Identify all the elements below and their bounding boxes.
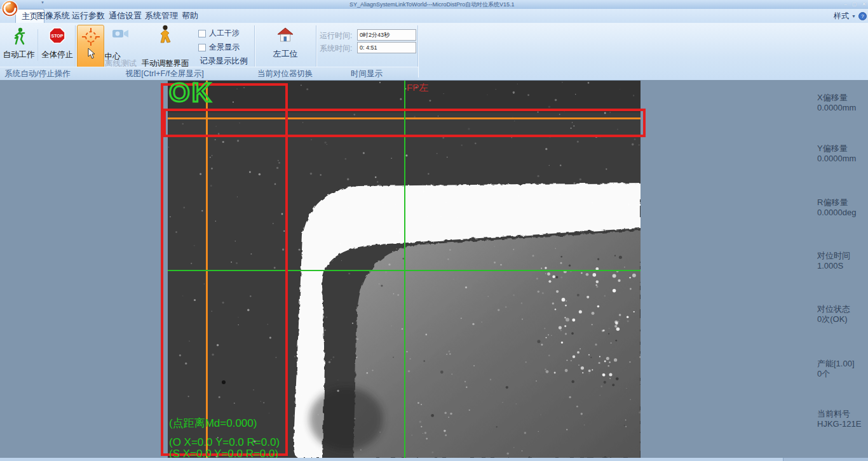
- tab-image-system[interactable]: 图像系统: [37, 9, 70, 22]
- stop-sign-icon: STOP: [48, 27, 67, 46]
- info-value: 0次(OK): [817, 314, 868, 324]
- group-label-time: 时间显示: [316, 69, 417, 79]
- status-bar-segment: [783, 458, 868, 461]
- info-label: R偏移量: [817, 197, 868, 208]
- manual-intervention-checkbox[interactable]: 人工干涉: [198, 28, 240, 39]
- search-region-rect-wide: [163, 109, 646, 137]
- info-value: 0.0000mm: [817, 103, 868, 113]
- info-x-offset: X偏移量 0.0000mm: [817, 93, 868, 112]
- sys-time-field[interactable]: 0: 4:51: [357, 42, 416, 53]
- status-bar: [0, 458, 868, 461]
- stop-all-button[interactable]: STOP 全体停止: [39, 25, 75, 66]
- title-bar: ▼ SY_AliagnSystemLinkToWorld---MicroDist…: [0, 0, 868, 10]
- measure-distance-text: (点距离Md=0.000): [169, 416, 257, 431]
- info-value: HJKG-121E: [817, 419, 868, 429]
- info-part-number: 当前料号 HJKG-121E: [817, 409, 868, 429]
- camera-icon: [112, 27, 130, 40]
- left-station-button[interactable]: 左工位: [262, 48, 309, 60]
- style-menu-button[interactable]: 样式: [834, 11, 849, 22]
- camera-tag-label: FP左: [407, 82, 428, 94]
- record-scale-button[interactable]: 记录显示比例: [194, 56, 253, 67]
- info-value: 0.0000deg: [817, 208, 868, 218]
- window-title: SY_AliagnSystemLinkToWorld---MicroDistPr…: [349, 1, 514, 9]
- search-region-rect-tall: [161, 83, 288, 456]
- info-value: 0.0000mm: [817, 154, 868, 164]
- info-r-offset: R偏移量 0.0000deg: [817, 197, 868, 217]
- checkbox-icon[interactable]: [198, 30, 206, 37]
- ribbon: 自动工作 STOP 全体停止 中心: [0, 23, 868, 80]
- house-icon: [276, 27, 294, 43]
- auto-work-button[interactable]: 自动工作: [1, 25, 36, 66]
- sys-time-label: 系统时间:: [320, 43, 352, 54]
- style-caret-icon[interactable]: ▼: [851, 14, 856, 18]
- info-y-offset: Y偏移量 0.0000mm: [817, 144, 868, 163]
- running-man-icon: [10, 27, 29, 46]
- vertical-crosshair-line-green: [404, 81, 405, 458]
- status-bar-segment: [0, 458, 783, 461]
- crosshair-icon: [82, 28, 100, 46]
- group-label-view: 视图[Ctrl+F/f全屏显示]: [75, 69, 254, 79]
- tab-run-params[interactable]: 运行参数: [72, 9, 105, 22]
- mouse-cursor-icon: [88, 48, 96, 60]
- button-divider: [37, 29, 38, 61]
- checkbox-icon[interactable]: [198, 44, 206, 51]
- result-text: OK: [169, 77, 213, 108]
- tab-comm-settings[interactable]: 通信设置: [109, 9, 142, 22]
- info-label: X偏移量: [817, 93, 868, 103]
- info-label: 对位时间: [817, 251, 868, 261]
- ribbon-tab-row: 主页 图像系统 运行参数 通信设置 系统管理 帮助 样式 ▼ ?: [0, 9, 868, 23]
- minimize-button[interactable]: –: [844, 0, 846, 8]
- group-label-system: 系统自动/停止操作: [0, 69, 75, 79]
- person-icon: [156, 25, 174, 44]
- quick-access-caret-icon[interactable]: ▼: [41, 1, 44, 4]
- tab-help[interactable]: 帮助: [181, 9, 199, 22]
- close-button[interactable]: ✕: [862, 0, 866, 8]
- info-label: 产能[1.00]: [817, 359, 868, 369]
- center-view-button[interactable]: 中心: [77, 25, 104, 68]
- app-logo-icon[interactable]: [1, 0, 18, 20]
- info-value: 0个: [817, 369, 868, 379]
- maximize-button[interactable]: ▢: [852, 0, 857, 8]
- info-label: 对位状态: [817, 304, 868, 314]
- group-label-aligner: 当前对位器切换: [254, 69, 316, 79]
- run-time-field[interactable]: 0时2分43秒: [357, 29, 416, 41]
- panel-interior: [353, 230, 641, 458]
- info-capacity: 产能[1.00] 0个: [817, 359, 868, 378]
- info-align-status: 对位状态 0次(OK): [817, 304, 868, 324]
- measure-o-text: (O X=0.0 Y=0.0 R=0.0): [169, 436, 280, 449]
- app-window: ▼ SY_AliagnSystemLinkToWorld---MicroDist…: [0, 0, 868, 461]
- run-time-label: 运行时间:: [320, 30, 352, 41]
- info-value: 1.000S: [817, 261, 868, 271]
- info-label: 当前料号: [817, 409, 868, 419]
- panorama-checkbox[interactable]: 全景显示: [198, 42, 240, 53]
- svg-text:STOP: STOP: [51, 34, 64, 38]
- info-label: Y偏移量: [817, 144, 868, 154]
- tab-system-mgmt[interactable]: 系统管理: [145, 9, 178, 22]
- help-icon[interactable]: ?: [858, 12, 867, 20]
- info-align-time: 对位时间 1.000S: [817, 251, 868, 271]
- main-area: OK FP左 (点距离Md=0.000) (O X=0.0 Y=0.0 R=0.…: [0, 80, 868, 461]
